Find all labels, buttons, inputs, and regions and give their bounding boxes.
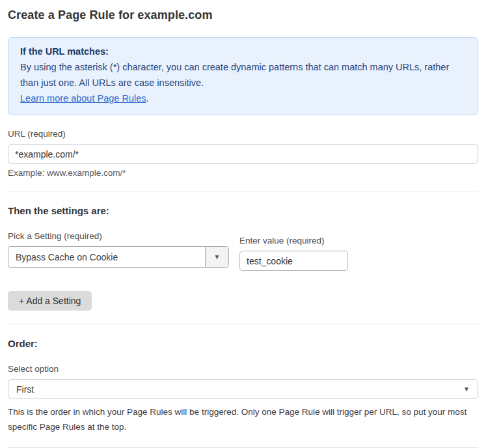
chevron-down-icon: ▼ — [214, 253, 221, 260]
info-box-body: By using the asterisk (*) character, you… — [20, 59, 466, 91]
setting-value-label: Enter value (required) — [239, 236, 348, 245]
settings-section-heading: Then the settings are: — [8, 205, 478, 216]
chevron-down-icon: ▼ — [463, 385, 470, 393]
order-section-heading: Order: — [8, 338, 478, 349]
url-example-hint: Example: www.example.com/* — [8, 168, 478, 178]
url-match-info-box: If the URL matches: By using the asteris… — [8, 37, 478, 115]
divider — [8, 191, 478, 191]
order-select-value: First — [16, 384, 463, 395]
setting-select[interactable]: Bypass Cache on Cookie ▼ — [8, 246, 229, 268]
setting-select-value: Bypass Cache on Cookie — [8, 247, 205, 267]
setting-select-arrow-button[interactable]: ▼ — [205, 247, 228, 267]
link-period: . — [146, 93, 148, 104]
order-select[interactable]: First ▼ — [8, 379, 478, 399]
order-select-label: Select option — [8, 364, 478, 374]
create-page-rule-form: Create a Page Rule for example.com If th… — [0, 8, 488, 448]
info-box-heading: If the URL matches: — [20, 44, 466, 59]
info-box-link-line: Learn more about Page Rules. — [20, 91, 466, 106]
setting-value-column: Enter value (required) — [239, 236, 348, 271]
page-title: Create a Page Rule for example.com — [8, 8, 478, 22]
learn-more-link[interactable]: Learn more about Page Rules — [20, 93, 146, 104]
setting-value-input[interactable] — [239, 251, 348, 271]
settings-row: Pick a Setting (required) Bypass Cache o… — [8, 231, 478, 271]
url-input[interactable] — [8, 144, 478, 164]
setting-picker-column: Pick a Setting (required) Bypass Cache o… — [8, 231, 229, 268]
order-help-text: This is the order in which your Page Rul… — [8, 404, 476, 434]
add-setting-button[interactable]: + Add a Setting — [8, 291, 92, 311]
url-field-label: URL (required) — [8, 129, 478, 139]
divider — [8, 324, 478, 324]
setting-picker-label: Pick a Setting (required) — [8, 231, 229, 241]
